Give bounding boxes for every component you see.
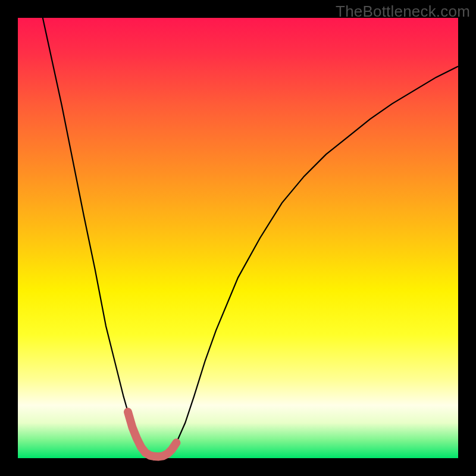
watermark-text: TheBottleneck.com [336,2,470,21]
chart-frame: TheBottleneck.com [0,0,476,476]
plot-background [18,18,458,458]
chart-canvas [0,0,476,476]
